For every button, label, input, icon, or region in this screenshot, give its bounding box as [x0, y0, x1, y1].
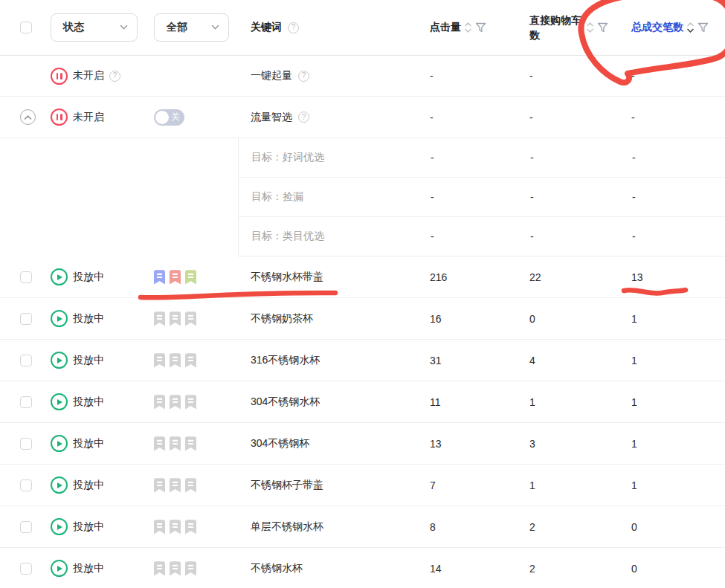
collapse-chevron-icon[interactable]: [20, 109, 36, 125]
status-label: 投放中: [73, 437, 104, 450]
deals-value: -: [631, 70, 725, 82]
tag-icon-gray: [154, 353, 165, 368]
cart-value: 1: [529, 479, 631, 491]
sort-icon[interactable]: [465, 22, 471, 33]
cart-value: -: [530, 230, 632, 242]
tag-icon-gray: [185, 311, 196, 326]
table-subrow-target: 目标：捡漏 - - -: [0, 178, 725, 217]
row-checkbox[interactable]: [20, 521, 32, 533]
sort-icon[interactable]: [587, 22, 593, 33]
cart-value: -: [530, 191, 632, 203]
tag-icon-gray: [170, 520, 181, 534]
deals-value: 13: [631, 271, 725, 283]
tag-icon-gray: [170, 478, 181, 493]
tag-icon-gray: [154, 520, 165, 534]
row-checkbox[interactable]: [20, 563, 32, 575]
status-label: 未开启: [73, 69, 104, 83]
filter-icon[interactable]: [697, 22, 709, 33]
table-row-keyword: 投放中 不锈钢杯子带盖 7 1 1: [0, 465, 725, 506]
row-checkbox[interactable]: [20, 313, 32, 325]
keyword-label: 流量智选: [251, 111, 292, 124]
help-icon[interactable]: [298, 71, 309, 82]
deals-value: 0: [631, 521, 725, 533]
tag-icon-blue: [154, 270, 165, 285]
cart-value: 1: [529, 396, 631, 408]
chevron-down-icon: [211, 25, 219, 30]
cart-value: -: [529, 70, 631, 82]
clicks-value: 216: [430, 271, 529, 283]
filter-icon[interactable]: [475, 22, 486, 33]
tag-icon-gray: [185, 561, 196, 576]
row-checkbox[interactable]: [20, 479, 32, 491]
match-type-tags: [154, 561, 196, 576]
keyword-report-table: 状态 全部 关键词 点击量 直接购物车数 总成交笔数: [0, 0, 725, 588]
status-label: 投放中: [73, 479, 104, 492]
clicks-value: 7: [430, 479, 529, 491]
clicks-value: -: [431, 230, 530, 242]
tag-icon-gray: [170, 353, 181, 368]
help-icon[interactable]: [298, 112, 309, 123]
table-row-keyword: 投放中 单层不锈钢水杯 8 2 0: [0, 506, 725, 548]
deals-value: -: [632, 230, 725, 242]
help-icon[interactable]: [288, 22, 299, 33]
table-row-keyword: 投放中 316不锈钢水杯 31 4 1: [0, 340, 725, 381]
filter-icon[interactable]: [597, 22, 608, 33]
row-checkbox[interactable]: [20, 355, 32, 366]
deals-value: -: [632, 191, 725, 203]
match-type-tags: [154, 353, 196, 368]
scope-filter-dropdown[interactable]: 全部: [154, 13, 229, 42]
match-type-tags: [154, 395, 196, 410]
cart-value: 0: [529, 313, 631, 325]
tag-icon-red: [170, 270, 181, 285]
status-label: 投放中: [73, 312, 104, 326]
clicks-value: 11: [430, 396, 529, 408]
target-label: 目标：类目优选: [239, 230, 431, 243]
table-row-feature: 未开启 一键起量 - - -: [0, 56, 725, 97]
tag-icon-gray: [170, 561, 181, 576]
play-status-icon: [51, 352, 68, 369]
keyword-label: 316不锈钢水杯: [251, 354, 320, 367]
table-row-keyword: 投放中 不锈钢水杯 14 2 0: [0, 548, 725, 588]
play-status-icon: [51, 435, 68, 452]
tag-icon-gray: [185, 436, 196, 451]
column-header-deals: 总成交笔数: [631, 21, 683, 34]
row-checkbox[interactable]: [20, 438, 32, 450]
deals-value: 0: [631, 563, 725, 575]
column-header-keyword: 关键词: [251, 21, 282, 34]
keyword-label: 不锈钢水杯: [251, 562, 303, 575]
cart-value: 2: [529, 563, 631, 575]
tag-icon-gray: [154, 311, 165, 326]
status-filter-dropdown[interactable]: 状态: [51, 13, 138, 42]
table-row-keyword: 投放中 不锈钢奶茶杯 16 0 1: [0, 298, 725, 340]
status-label: 投放中: [73, 520, 104, 534]
status-dropdown-value: 状态: [63, 21, 84, 34]
play-status-icon: [51, 310, 68, 327]
tag-icon-gray: [170, 311, 181, 326]
clicks-value: 13: [430, 438, 529, 450]
sort-icon-active-desc[interactable]: [687, 22, 694, 33]
tag-icon-gray: [185, 520, 196, 534]
clicks-value: -: [430, 70, 529, 82]
status-label: 投放中: [73, 271, 104, 284]
status-label: 未开启: [73, 111, 104, 124]
tag-icon-gray: [154, 436, 165, 451]
clicks-value: 8: [430, 521, 529, 533]
row-checkbox[interactable]: [20, 271, 32, 283]
play-status-icon: [51, 518, 68, 535]
keyword-label: 单层不锈钢水杯: [251, 520, 323, 534]
row-checkbox[interactable]: [20, 396, 32, 408]
tag-icon-gray: [170, 395, 181, 410]
table-row-keyword: 投放中 不锈钢水杯带盖 216 22 13: [0, 256, 725, 298]
play-status-icon: [51, 560, 68, 577]
help-icon[interactable]: [109, 71, 120, 82]
match-type-tags: [154, 478, 196, 493]
play-status-icon: [51, 393, 68, 410]
match-type-tags: [154, 520, 196, 534]
pause-status-icon: [51, 109, 68, 126]
match-type-tags: [154, 270, 196, 285]
deals-value: -: [631, 112, 725, 123]
keyword-label: 304不锈钢水杯: [251, 395, 320, 409]
select-all-checkbox[interactable]: [20, 22, 32, 33]
feature-toggle-off[interactable]: 关: [154, 109, 184, 126]
keyword-label: 不锈钢杯子带盖: [251, 479, 323, 492]
